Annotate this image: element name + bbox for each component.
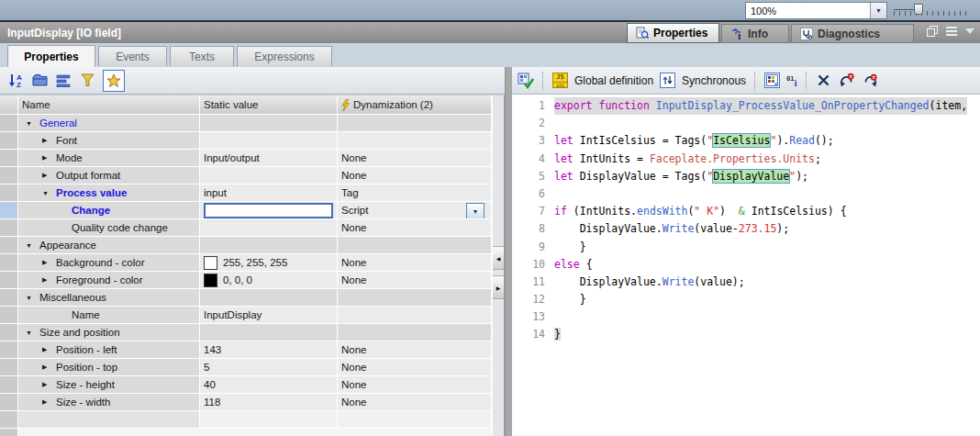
favorites-star-icon[interactable]	[103, 70, 125, 92]
sort-az-icon[interactable]: AZ	[7, 73, 24, 89]
dynamization-cell[interactable]: None	[338, 167, 492, 184]
property-name-cell[interactable]	[18, 411, 200, 429]
dynamization-cell[interactable]: Script▼	[338, 202, 492, 219]
code-line[interactable]: 11 DisplayValue.Write(value);	[512, 274, 980, 291]
expand-arrow-icon[interactable]: ▶	[42, 276, 56, 284]
color-swatch[interactable]	[204, 274, 217, 287]
static-value-cell[interactable]	[200, 132, 338, 150]
collapse-arrow-icon[interactable]: ▼	[26, 242, 39, 249]
collapse-arrow-icon[interactable]: ▼	[26, 295, 39, 301]
dynamization-cell[interactable]: None	[338, 219, 492, 237]
static-value-cell[interactable]	[200, 289, 338, 307]
code-area[interactable]: 1export function InputDisplay_ProcessVal…	[512, 95, 980, 436]
code-line[interactable]: 13	[512, 308, 980, 326]
static-value-cell[interactable]	[200, 219, 338, 237]
tab-expressions[interactable]: Expressions	[237, 46, 332, 66]
insert-table-icon[interactable]	[764, 73, 780, 88]
static-value-cell[interactable]	[200, 202, 338, 219]
dynamization-cell[interactable]	[338, 289, 492, 307]
code-line[interactable]: 3let IntIsCelsius = Tags("IsCelsius").Re…	[512, 132, 980, 150]
code-line[interactable]: 8 DisplayValue.Write(value-273.15);	[512, 220, 980, 238]
static-value-cell[interactable]: 5	[200, 359, 338, 376]
property-name-cell[interactable]: Quality code change	[18, 219, 200, 237]
dynamization-cell[interactable]	[338, 115, 492, 132]
collapse-arrow-icon[interactable]: ▼	[42, 190, 56, 196]
static-value-cell[interactable]	[200, 115, 338, 132]
property-row[interactable]: ▼Process valueinputTag	[0, 184, 492, 202]
dynamization-cell[interactable]: None	[338, 394, 492, 411]
filter-funnel-icon[interactable]	[79, 73, 95, 89]
property-row[interactable]: ▶ModeInput/outputNone	[0, 150, 492, 167]
list-icon[interactable]	[55, 73, 72, 89]
collapse-panel-chevron-icon[interactable]	[965, 28, 974, 34]
expand-arrow-icon[interactable]: ▶	[42, 137, 56, 144]
static-value-input[interactable]	[204, 203, 333, 218]
expand-arrow-icon[interactable]: ▶	[42, 154, 56, 162]
tab-info-inspector[interactable]: i Info	[721, 24, 789, 43]
dynamization-cell[interactable]	[338, 411, 492, 429]
property-row[interactable]: ▼Size and position	[0, 324, 492, 341]
property-name-cell[interactable]: ▶Position - top	[18, 359, 200, 376]
dynamization-cell[interactable]: None	[338, 150, 492, 167]
collapse-arrow-icon[interactable]: ▼	[26, 330, 39, 336]
row-gutter[interactable]	[0, 324, 18, 341]
property-row[interactable]: ▶Position - top5None	[0, 359, 492, 376]
dynamization-cell[interactable]	[338, 324, 492, 341]
row-gutter[interactable]	[0, 272, 18, 289]
code-line[interactable]: 10else {	[512, 256, 980, 274]
binary-info-icon[interactable]: 01i	[786, 73, 797, 88]
splitter-collapse-right-button[interactable]: ▶	[493, 275, 504, 299]
property-row[interactable]: NameInputDisplay	[0, 307, 492, 324]
property-name-cell[interactable]: ▶Font	[18, 132, 200, 150]
row-gutter[interactable]	[0, 341, 18, 359]
row-gutter[interactable]	[0, 184, 18, 202]
property-name-cell[interactable]: ▶Output format	[18, 167, 200, 184]
static-value-cell[interactable]: InputDisplay	[200, 307, 338, 324]
zoom-dropdown-button[interactable]: ▼	[870, 3, 886, 18]
property-name-cell[interactable]: ▼Miscellaneous	[18, 289, 200, 307]
go-to-previous-error-icon[interactable]	[862, 73, 878, 89]
static-value-cell[interactable]: 0, 0, 0	[200, 272, 338, 289]
static-value-cell[interactable]: Input/output	[200, 150, 338, 167]
static-value-column-header[interactable]: Static value	[200, 95, 338, 114]
property-name-cell[interactable]: ▶Mode	[18, 150, 200, 167]
code-line[interactable]: 5let DisplayValue = Tags("DisplayValue")…	[512, 168, 980, 185]
property-name-cell[interactable]: Name	[18, 307, 200, 324]
dynamization-cell[interactable]: None	[338, 254, 492, 272]
property-row[interactable]: ▶Font	[0, 132, 492, 150]
zoom-combobox[interactable]: 100% ▼	[745, 2, 887, 19]
property-name-cell[interactable]: ▶Size - width	[18, 394, 200, 411]
code-line[interactable]: 9 }	[512, 239, 980, 256]
row-gutter[interactable]	[0, 219, 18, 237]
property-row[interactable]: ChangeScript▼	[0, 202, 492, 219]
static-value-cell[interactable]: 40	[200, 376, 338, 394]
property-name-cell[interactable]: ▼Size and position	[18, 324, 200, 341]
static-value-cell[interactable]: 255, 255, 255	[200, 254, 338, 272]
static-value-cell[interactable]	[200, 237, 338, 254]
property-name-cell[interactable]: ▶Background - color	[18, 254, 200, 272]
row-gutter[interactable]	[0, 254, 18, 272]
row-gutter[interactable]	[0, 167, 18, 184]
name-column-header[interactable]: Name	[18, 95, 200, 114]
row-gutter[interactable]	[0, 376, 18, 394]
dynamization-cell[interactable]	[338, 132, 492, 150]
property-name-cell[interactable]: Change	[18, 202, 200, 219]
zoom-slider[interactable]	[894, 4, 967, 17]
dynamization-cell[interactable]	[338, 237, 492, 254]
property-row[interactable]: ▶Output formatNone	[0, 167, 492, 184]
code-line[interactable]: 12 }	[512, 291, 980, 308]
js-snippet-icon[interactable]: JS101	[552, 73, 568, 88]
property-row[interactable]: ▶Size - height40None	[0, 376, 492, 394]
tab-events[interactable]: Events	[98, 46, 167, 66]
property-row[interactable]: ▼Miscellaneous	[0, 289, 492, 307]
validate-script-icon[interactable]	[518, 73, 534, 89]
code-line[interactable]: 2	[512, 115, 980, 132]
row-gutter[interactable]	[0, 237, 18, 254]
dynamization-dropdown-button[interactable]: ▼	[466, 203, 484, 219]
expand-arrow-icon[interactable]: ▶	[42, 398, 56, 406]
property-row[interactable]: ▶Position - left143None	[0, 341, 492, 359]
tab-properties-inspector[interactable]: Properties	[627, 23, 719, 43]
expand-arrow-icon[interactable]: ▶	[42, 259, 56, 266]
go-to-next-error-icon[interactable]	[839, 73, 855, 89]
dynamization-cell[interactable]	[338, 307, 492, 324]
